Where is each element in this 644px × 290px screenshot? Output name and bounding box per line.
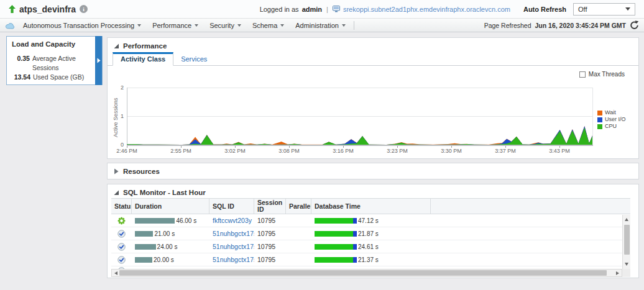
database-time-cell: 21.87 s: [311, 227, 431, 240]
db-time-cpu-bar: [315, 218, 353, 224]
legend-swatch: [597, 111, 602, 116]
duration-cell: 20.00 s: [132, 253, 209, 266]
menubar-item-performance[interactable]: Performance: [147, 19, 204, 32]
sql-id-link[interactable]: fkftccwvt203y: [213, 217, 252, 224]
column-header-sql-id[interactable]: SQL ID: [209, 199, 254, 214]
menubar-item-administration[interactable]: Administration: [290, 19, 351, 32]
tab-activity-class[interactable]: Activity Class: [113, 52, 173, 66]
metric-label: Used Space (GB): [33, 73, 84, 82]
y-axis-tick: 1: [108, 113, 124, 119]
column-header-parallel[interactable]: Parallel: [286, 199, 311, 214]
sql-monitor-section-header[interactable]: SQL Monitor - Last Hour: [108, 184, 638, 199]
stacked-area-chart: [127, 88, 592, 145]
metric-value: 13.54: [7, 73, 30, 82]
performance-section-header[interactable]: Performance: [108, 38, 638, 52]
table-row-partial: [111, 266, 622, 269]
session-id-cell: 10795: [254, 214, 286, 227]
menubar-item-schema[interactable]: Schema: [247, 19, 290, 32]
x-axis-tick: 3:08 PM: [278, 148, 300, 154]
menubar-item-autonomous-transaction-processing[interactable]: Autonomous Transaction Processing: [17, 19, 147, 32]
load-capacity-title: Load and Capacity: [7, 37, 102, 48]
tab-services[interactable]: Services: [173, 53, 214, 66]
sql-id-link[interactable]: 51nuhbgctx17s: [213, 243, 254, 250]
legend-label: User I/O: [605, 116, 626, 123]
sql-id-cell: fkftccwvt203y: [209, 214, 254, 227]
performance-section: Performance Activity ClassServices Max T…: [107, 37, 639, 159]
metric-label: Average Active Sessions: [32, 54, 102, 73]
horizontal-scrollbar[interactable]: [111, 269, 622, 277]
db-time-value: 21.87 s: [358, 230, 379, 237]
database-time-cell: 47.12 s: [311, 214, 431, 227]
column-header-blank[interactable]: [431, 199, 630, 214]
vertical-scrollbar[interactable]: [622, 215, 630, 269]
menubar-item-security[interactable]: Security: [204, 19, 247, 32]
chevron-down-icon: [195, 24, 198, 27]
parallel-cell: [286, 253, 311, 266]
load-capacity-metrics: 0.35Average Active Sessions13.54Used Spa…: [7, 54, 102, 82]
separator: |: [326, 6, 328, 13]
menu-divider: [354, 21, 354, 30]
horizontal-scroll-thumb[interactable]: [119, 270, 607, 276]
duration-bar: [135, 257, 152, 263]
scroll-down-arrow[interactable]: [625, 263, 628, 266]
chevron-down-icon: [137, 24, 141, 27]
page-refreshed-label: Page Refreshed: [484, 22, 531, 29]
session-id-cell: 10795: [254, 253, 286, 266]
duration-value: 24.00 s: [157, 243, 178, 250]
host-link[interactable]: srekoppi.subnet2ad1phx.emdevinfraphx.ora…: [343, 6, 510, 13]
parallel-cell: [286, 214, 311, 227]
duration-cell: 24.00 s: [132, 240, 209, 253]
table-row: 20.00 s51nuhbgctx17s1079521.37 s: [111, 253, 622, 266]
right-arrow-icon: [97, 58, 101, 63]
performance-section-title: Performance: [123, 42, 167, 50]
vertical-scroll-thumb[interactable]: [624, 225, 630, 255]
column-header-status[interactable]: Status: [111, 199, 132, 214]
legend-swatch: [597, 124, 602, 129]
column-header-session-id[interactable]: Session ID: [254, 199, 286, 214]
duration-value: 20.00 s: [154, 256, 174, 263]
info-icon[interactable]: i: [80, 5, 88, 13]
x-axis-tick: 3:02 PM: [224, 148, 246, 154]
resources-section[interactable]: Resources: [107, 163, 639, 179]
session-id-cell: 10795: [254, 240, 286, 253]
column-header-duration[interactable]: Duration: [132, 199, 209, 214]
menubar-right: Page Refreshed Jun 16, 2020 3:45:24 PM G…: [484, 20, 639, 30]
metric-row: 13.54Used Space (GB): [7, 73, 102, 82]
table-header-row: StatusDurationSQL IDSession IDParallelDa…: [111, 198, 630, 214]
max-threads-label: Max Threads: [589, 71, 625, 78]
refresh-icon[interactable]: [630, 20, 639, 30]
empty-cell: [431, 240, 622, 253]
expand-panel-arrow[interactable]: [95, 36, 102, 85]
session-id-cell: 10795: [254, 227, 286, 240]
sql-id-cell: 51nuhbgctx17s: [209, 227, 254, 240]
legend-label: Wait: [605, 109, 616, 116]
section-expanded-icon: [114, 43, 119, 49]
table-body: 46.00 sfkftccwvt203y1079547.12 s21.00 s5…: [111, 214, 622, 266]
x-axis-line: [127, 145, 593, 146]
db-time-io-bar: [353, 231, 357, 237]
page-refreshed-time: Jun 16, 2020 3:45:24 PM GMT: [535, 22, 626, 29]
scroll-up-arrow[interactable]: [625, 218, 628, 221]
db-time-io-bar: [353, 244, 357, 250]
scroll-left-arrow[interactable]: [114, 271, 117, 275]
host-icon: [333, 6, 340, 12]
database-time-cell: 21.37 s: [311, 253, 431, 266]
sql-monitor-section: SQL Monitor - Last Hour StatusDurationSQ…: [107, 184, 639, 278]
db-time-io-bar: [353, 218, 357, 224]
target-title-group: atps_devinfra i: [9, 4, 88, 14]
sql-id-link[interactable]: 51nuhbgctx17s: [213, 230, 254, 237]
duration-bar: [135, 244, 156, 250]
db-time-cpu-bar: [315, 244, 353, 250]
scroll-right-arrow[interactable]: [616, 271, 619, 275]
max-threads-option[interactable]: Max Threads: [579, 71, 625, 78]
performance-tabbar: Activity ClassServices: [108, 53, 638, 66]
db-time-value: 21.37 s: [358, 256, 379, 263]
table-row: 21.00 s51nuhbgctx17s1079521.87 s: [111, 227, 622, 240]
column-header-database-time[interactable]: Database Time: [311, 199, 431, 214]
sql-id-link[interactable]: 51nuhbgctx17s: [213, 256, 254, 263]
max-threads-checkbox[interactable]: [579, 71, 586, 78]
logged-in-label: Logged in as: [260, 6, 299, 13]
y-axis-tick: 2: [108, 84, 124, 91]
x-axis-tick: 2:55 PM: [170, 148, 191, 154]
auto-refresh-select[interactable]: Off: [573, 3, 635, 16]
